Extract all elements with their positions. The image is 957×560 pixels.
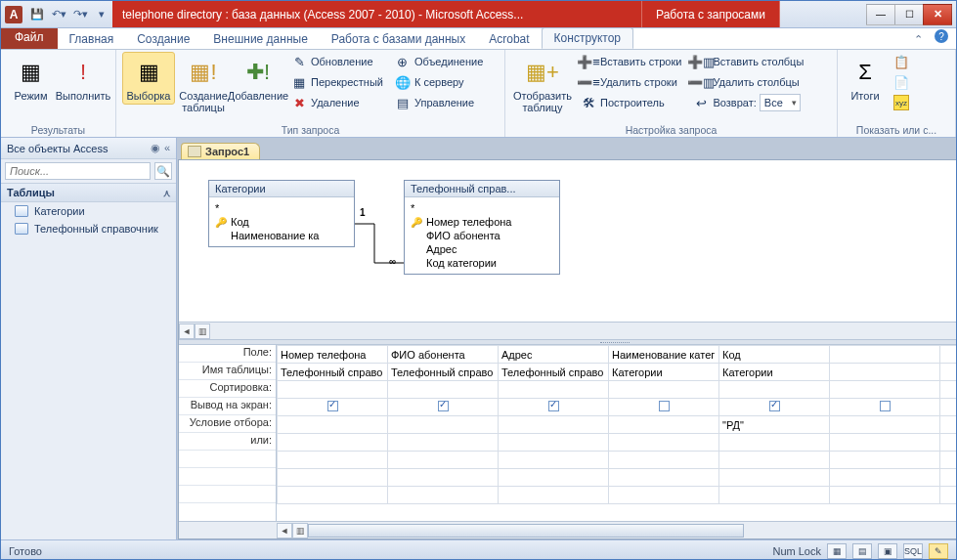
grid-cell[interactable] — [719, 452, 830, 469]
grid-cell[interactable] — [609, 381, 719, 399]
document-tab-query1[interactable]: Запрос1 — [181, 143, 260, 159]
grid-cell[interactable]: Категории — [719, 364, 830, 381]
qat-undo-icon[interactable]: ↶▾ — [49, 5, 68, 24]
table-box-categories[interactable]: Категории * 🔑Код Наименование ка — [208, 180, 355, 247]
view-datasheet-icon[interactable]: ▦ — [827, 543, 847, 559]
show-checkbox[interactable] — [880, 401, 891, 411]
scroll-left-icon[interactable]: ◄ — [179, 323, 195, 339]
grid-cell[interactable] — [388, 487, 499, 504]
grid-cell[interactable] — [940, 416, 958, 434]
file-tab[interactable]: Файл — [1, 27, 58, 49]
grid-cell[interactable] — [830, 416, 940, 434]
field-row[interactable]: * — [215, 201, 348, 215]
grid-cell[interactable] — [940, 346, 958, 364]
nav-item-directory[interactable]: Телефонный справочник — [1, 220, 176, 237]
crosstab-button[interactable]: ▦Перекрестный — [286, 72, 388, 92]
grid-cell[interactable] — [830, 381, 940, 399]
grid-cell[interactable] — [719, 381, 830, 399]
grid-cell[interactable] — [499, 452, 609, 469]
show-checkbox[interactable] — [438, 401, 449, 411]
grid-cell[interactable] — [940, 381, 958, 399]
view-pivotchart-icon[interactable]: ▣ — [878, 543, 897, 559]
grid-cell[interactable] — [940, 452, 958, 469]
scroll-handle-icon[interactable]: ▥ — [292, 523, 308, 538]
grid-cell[interactable] — [499, 399, 609, 416]
grid-cell[interactable] — [388, 416, 499, 434]
datadef-button[interactable]: ▤Управление — [390, 93, 488, 112]
tab-create[interactable]: Создание — [125, 29, 201, 49]
return-combo[interactable]: ↩Возврат: Все — [688, 93, 808, 112]
grid-cell[interactable]: Адрес — [499, 346, 609, 364]
table-box-directory[interactable]: Телефонный справ... * 🔑Номер телефона ФИ… — [404, 180, 560, 275]
grid-cell[interactable] — [609, 416, 719, 434]
tablenames-button[interactable]: xyz — [889, 93, 918, 112]
field-row[interactable]: ФИО абонента — [411, 229, 553, 242]
totals-button[interactable]: Σ Итоги — [844, 52, 887, 105]
grid-cell[interactable] — [830, 469, 940, 487]
field-row[interactable]: Наименование ка — [215, 229, 348, 242]
grid-cell[interactable] — [830, 399, 940, 416]
grid-cell[interactable] — [388, 399, 499, 416]
grid-cell[interactable]: Код — [719, 346, 830, 364]
grid-cell[interactable] — [499, 381, 609, 399]
grid-cell[interactable] — [499, 469, 609, 487]
grid-cell[interactable]: Номер телефона — [278, 346, 388, 364]
grid-cell[interactable] — [940, 487, 958, 504]
diagram-hscroll[interactable]: ◄ ▥ ► — [179, 322, 957, 339]
append-button[interactable]: ✚! Добавление — [232, 52, 284, 105]
qat-redo-icon[interactable]: ↷▾ — [70, 5, 90, 24]
field-row-key[interactable]: 🔑Код — [215, 215, 348, 229]
tab-design[interactable]: Конструктор — [542, 27, 633, 49]
grid-cell[interactable] — [499, 487, 609, 504]
grid-cell[interactable] — [609, 399, 719, 416]
close-button[interactable]: ✕ — [923, 4, 952, 25]
scroll-thumb[interactable] — [308, 524, 744, 538]
grid-cell[interactable] — [278, 399, 388, 416]
grid-cell[interactable]: Наименование катег — [609, 346, 719, 364]
return-dropdown[interactable]: Все — [760, 94, 801, 111]
show-checkbox[interactable] — [769, 401, 780, 411]
nav-group-tables[interactable]: Таблицы⋏ — [1, 184, 176, 202]
view-button[interactable]: ▦ Режим — [7, 52, 55, 105]
builder-button[interactable]: 🛠Построитель — [576, 93, 686, 112]
run-button[interactable]: ! Выполнить — [57, 52, 109, 105]
delete-cols-button[interactable]: ➖▥Удалить столбцы — [688, 72, 808, 92]
relationship-diagram[interactable]: Категории * 🔑Код Наименование ка Телефон… — [179, 160, 957, 322]
grid-cell[interactable] — [278, 487, 388, 504]
grid-cell[interactable] — [830, 487, 940, 504]
grid-cell[interactable] — [719, 434, 830, 452]
grid-cell[interactable] — [830, 364, 940, 381]
select-query-button[interactable]: ▦ Выборка — [122, 52, 175, 105]
maximize-button[interactable]: ☐ — [894, 4, 924, 25]
union-button[interactable]: ⊕Объединение — [390, 52, 488, 71]
grid-cell[interactable] — [388, 381, 499, 399]
show-checkbox[interactable] — [548, 401, 559, 411]
grid-cell[interactable] — [830, 434, 940, 452]
propsheet-button[interactable]: 📄 — [889, 72, 918, 92]
scroll-left-icon[interactable]: ◄ — [277, 523, 292, 538]
search-icon[interactable]: 🔍 — [154, 162, 172, 180]
grid-cell[interactable]: ФИО абонента — [388, 346, 499, 364]
grid-cell[interactable] — [388, 452, 499, 469]
grid-cell[interactable] — [278, 452, 388, 469]
insert-cols-button[interactable]: ➕▥Вставить столбцы — [688, 52, 808, 71]
scroll-handle-icon[interactable]: ▥ — [195, 323, 210, 339]
update-query-button[interactable]: ✎Обновление — [286, 52, 388, 71]
grid-cell[interactable] — [388, 434, 499, 452]
view-sql-button[interactable]: SQL — [903, 543, 923, 559]
delete-query-button[interactable]: ✖Удаление — [286, 93, 388, 112]
nav-header[interactable]: Все объекты Access ◉« — [1, 138, 176, 159]
grid-cell[interactable] — [609, 434, 719, 452]
grid-cell[interactable] — [940, 399, 958, 416]
grid-cell[interactable] — [940, 469, 958, 487]
delete-rows-button[interactable]: ➖≡Удалить строки — [576, 72, 686, 92]
tab-acrobat[interactable]: Acrobat — [477, 29, 541, 49]
grid-cell[interactable] — [278, 381, 388, 399]
grid-cell[interactable] — [940, 434, 958, 452]
search-input[interactable] — [5, 162, 151, 180]
grid-cell[interactable] — [609, 452, 719, 469]
grid-cell[interactable] — [719, 469, 830, 487]
grid-cell[interactable] — [278, 416, 388, 434]
insert-rows-button[interactable]: ➕≡Вставить строки — [576, 52, 686, 71]
grid-cell[interactable] — [609, 487, 719, 504]
